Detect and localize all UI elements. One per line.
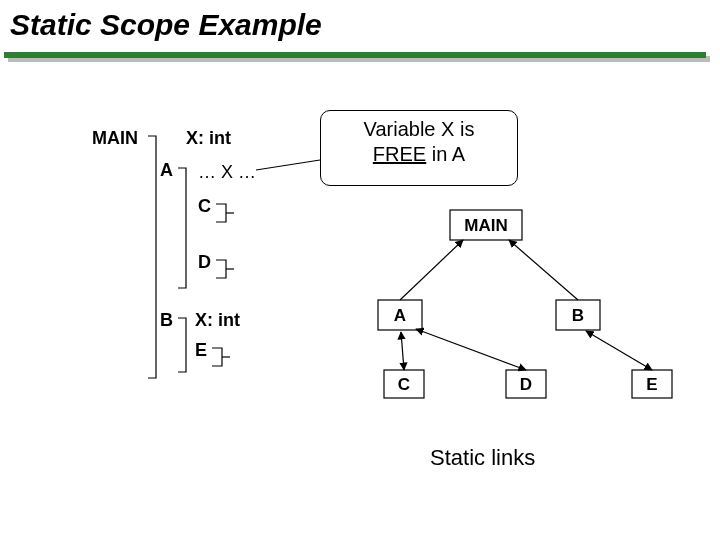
callout-free: FREE <box>373 143 426 165</box>
callout-box: Variable X is FREE in A <box>320 110 518 186</box>
node-b-text: B <box>572 306 584 325</box>
node-main-box <box>450 210 522 240</box>
edge-a-main <box>400 240 463 300</box>
callout-line1: Variable X is <box>364 118 475 140</box>
lt-xref: … X … <box>198 162 256 183</box>
node-e-box <box>632 370 672 398</box>
title-rule <box>4 52 706 58</box>
lt-d: D <box>198 252 211 273</box>
lt-xint2: X: int <box>195 310 240 331</box>
node-main-text: MAIN <box>464 216 507 235</box>
edge-c-a <box>401 332 404 370</box>
node-a-box <box>378 300 422 330</box>
node-a-text: A <box>394 306 406 325</box>
slide-title: Static Scope Example <box>10 8 322 42</box>
static-links-caption: Static links <box>430 445 535 471</box>
edge-e-b <box>586 331 652 370</box>
node-c-box <box>384 370 424 398</box>
node-d-box <box>506 370 546 398</box>
lt-c: C <box>198 196 211 217</box>
lt-b: B <box>160 310 173 331</box>
edge-b-main <box>509 240 578 300</box>
callout-rest: in A <box>426 143 465 165</box>
lt-a: A <box>160 160 173 181</box>
lt-xint1: X: int <box>186 128 231 149</box>
node-d-text: D <box>520 375 532 394</box>
callout-pointer <box>256 160 320 170</box>
node-b-box <box>556 300 600 330</box>
node-e-text: E <box>646 375 657 394</box>
lt-e: E <box>195 340 207 361</box>
node-c-text: C <box>398 375 410 394</box>
right-tree: MAIN A B C D E <box>378 210 672 398</box>
lt-main: MAIN <box>92 128 138 149</box>
edge-d-a <box>416 329 526 370</box>
